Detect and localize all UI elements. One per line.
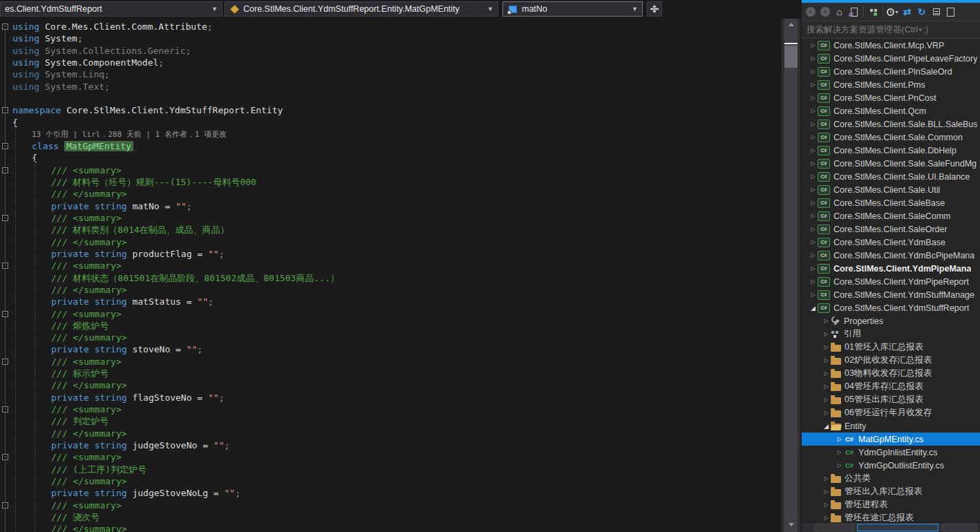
tree-item[interactable]: ▷C#Core.StlMes.Client.PnCost <box>802 91 980 104</box>
code-line[interactable]: using System.Text; <box>0 81 782 93</box>
tree-expander[interactable]: ▷ <box>809 173 818 180</box>
tree-expander[interactable]: ▷ <box>822 488 831 495</box>
code-line[interactable]: -/// <summary> <box>0 500 782 511</box>
tree-item[interactable]: ▷C#YdmGpInlistEntity.cs <box>802 446 980 459</box>
tree-expander[interactable]: ▷ <box>809 95 818 101</box>
code-line[interactable]: -/// <summary> <box>0 356 782 368</box>
code-line[interactable]: /// 标示炉号 <box>0 368 782 379</box>
tree-expander[interactable]: ▷ <box>809 292 818 298</box>
tree-expander[interactable]: ▷ <box>809 278 818 285</box>
tree-expander[interactable]: ▷ <box>835 462 844 468</box>
fold-toggle-icon[interactable]: - <box>2 359 8 365</box>
code-line[interactable]: /// </summary> <box>0 236 782 248</box>
tree-expander[interactable]: ▷ <box>835 436 844 442</box>
tree-item[interactable]: ▷公共类 <box>802 472 980 485</box>
tree-expander[interactable]: ▷ <box>835 449 844 455</box>
tree-expander[interactable]: ▷ <box>809 239 818 245</box>
tree-item[interactable]: ▷02炉批收发存汇总报表 <box>802 354 980 367</box>
tree-expander[interactable]: ◢ <box>822 423 831 430</box>
code-line[interactable]: using System; <box>0 32 782 44</box>
docked-tab[interactable] <box>857 524 939 531</box>
tree-expander[interactable]: ▷ <box>809 160 818 167</box>
code-line[interactable]: /// </summary> <box>0 188 782 200</box>
tree-expander[interactable]: ▷ <box>809 121 818 127</box>
tree-item[interactable]: ▷C#Core.StlMes.Client.SaleBase <box>802 196 980 209</box>
code-line[interactable]: /// </summary> <box>0 332 782 343</box>
code-line[interactable]: /// </summary> <box>0 523 782 532</box>
tree-expander[interactable]: ▷ <box>822 502 831 508</box>
tree-expander[interactable]: ▷ <box>809 42 818 48</box>
code-line[interactable]: -/// <summary> <box>0 451 782 463</box>
code-line[interactable]: /// 浇次号 <box>0 511 782 523</box>
project-dropdown[interactable]: es.Client.YdmStuffReport ▼ <box>0 1 223 17</box>
code-line[interactable]: private string productFlag = ""; <box>0 248 782 260</box>
scroll-down-arrow-icon[interactable] <box>789 523 794 526</box>
tree-item[interactable]: ▷C#Core.StlMes.Client.PipeLeaveFactory <box>802 52 980 65</box>
home-button[interactable]: ⌂ <box>832 5 847 19</box>
scroll-up-arrow-icon[interactable] <box>789 23 794 26</box>
tree-item[interactable]: ▷管坯出入库汇总报表 <box>802 485 980 498</box>
history-button[interactable]: ▾ <box>885 5 900 19</box>
tree-expander[interactable]: ▷ <box>809 55 818 61</box>
tree-item[interactable]: ▷C#Core.StlMes.Client.YdmPipeReport <box>802 275 980 288</box>
member-dropdown[interactable]: matNo ▼ <box>502 1 643 17</box>
tree-expander[interactable]: ▷ <box>822 410 831 416</box>
navigate-back-button[interactable]: ‹ <box>803 5 818 19</box>
code-line[interactable]: /// (上工序)判定炉号 <box>0 464 782 475</box>
tree-item[interactable]: ◢Entity <box>802 419 980 433</box>
tree-expander[interactable]: ▷ <box>822 344 831 350</box>
tree-item[interactable]: ▷C#Core.StlMes.Client.Sale.Common <box>802 131 980 144</box>
tree-item[interactable]: ▷C#Core.StlMes.Client.Qcm <box>802 104 980 117</box>
code-line[interactable]: /// 材料类别（8014在制品、成品、商品） <box>0 224 782 236</box>
tree-item[interactable]: ▷C#Core.StlMes.Client.YdmPipeMana <box>802 262 980 275</box>
tree-item[interactable]: ▷C#YdmGpOutlistEntity.cs <box>802 459 980 472</box>
fold-toggle-icon[interactable]: - <box>2 107 8 113</box>
code-line[interactable]: -class MatGpMEntity <box>0 140 782 152</box>
tree-expander[interactable]: ▷ <box>809 265 818 272</box>
code-line[interactable]: -/// <summary> <box>0 308 782 320</box>
tree-expander[interactable]: ▷ <box>809 82 818 88</box>
tree-item[interactable]: ▷Properties <box>802 314 980 327</box>
code-line[interactable]: { <box>0 152 782 164</box>
scrollbar-track[interactable] <box>784 19 798 532</box>
tree-expander[interactable]: ▷ <box>809 252 818 258</box>
code-line[interactable]: private string judgeStoveNoLg = ""; <box>0 487 782 499</box>
docked-tab[interactable] <box>814 524 854 531</box>
tree-item[interactable]: ▷C#Core.StlMes.Client.Sale.SaleFundMg <box>802 157 980 170</box>
tree-item[interactable]: ▷C#Core.StlMes.Client.SaleComm <box>802 209 980 222</box>
tree-item[interactable]: ▷C#Core.StlMes.Client.Sale.UI.Balance <box>802 170 980 183</box>
code-line[interactable]: /// 材料状态（801501在制品阶段、801502成品、801503商品..… <box>0 272 782 284</box>
fold-toggle-icon[interactable]: - <box>2 167 8 173</box>
code-line[interactable]: -namespace Core.StlMes.Client.YdmStuffRe… <box>0 104 782 116</box>
tree-item[interactable]: ▷引用 <box>802 327 980 341</box>
tree-item[interactable]: ▷C#Core.StlMes.Client.Pms <box>802 78 980 91</box>
code-line[interactable]: private string judgeStoveNo = ""; <box>0 439 782 451</box>
docked-tab[interactable] <box>941 524 977 531</box>
tree-expander[interactable]: ▷ <box>809 213 818 219</box>
split-window-button[interactable] <box>647 1 662 17</box>
fold-toggle-icon[interactable]: - <box>2 263 8 269</box>
code-editor[interactable]: -using Core.Mes.Client.Comm.Attribute;us… <box>0 19 782 532</box>
tree-item[interactable]: ▷C#Core.StlMes.Client.SaleOrder <box>802 222 980 236</box>
tree-item[interactable]: ▷C#Core.StlMes.Client.YdmBcPipeMana <box>802 249 980 262</box>
fold-toggle-icon[interactable]: - <box>2 406 8 412</box>
code-line[interactable]: -using Core.Mes.Client.Comm.Attribute; <box>0 21 782 32</box>
tree-item[interactable]: ▷管坯进程表 <box>802 498 980 511</box>
code-line[interactable]: /// </summary> <box>0 379 782 391</box>
sync-with-active-document-button[interactable] <box>847 5 861 19</box>
type-dropdown[interactable]: Core.StlMes.Client.YdmStuffReport.Entity… <box>225 1 498 17</box>
navigate-forward-button[interactable]: › <box>818 5 832 19</box>
tree-expander[interactable]: ▷ <box>822 515 831 521</box>
code-line[interactable]: /// </summary> <box>0 284 782 296</box>
tree-item[interactable]: ▷C#Core.StlMes.Client.YdmBase <box>802 236 980 249</box>
tree-expander[interactable]: ▷ <box>822 383 831 390</box>
tree-item[interactable]: ▷05管坯出库汇总报表 <box>802 393 980 406</box>
code-line[interactable]: -/// <summary> <box>0 403 782 415</box>
code-line[interactable]: private string flagStoveNo = ""; <box>0 392 782 403</box>
tree-expander[interactable]: ▷ <box>809 187 818 193</box>
refresh-sync-button[interactable]: ⇄ <box>900 5 914 19</box>
tree-item[interactable]: ▷03物料收发存汇总报表 <box>802 367 980 380</box>
refresh-button[interactable]: ↻ <box>914 5 929 19</box>
code-line[interactable] <box>0 93 782 104</box>
tree-item[interactable]: ◢C#Core.StlMes.Client.YdmStuffReport <box>802 301 980 314</box>
